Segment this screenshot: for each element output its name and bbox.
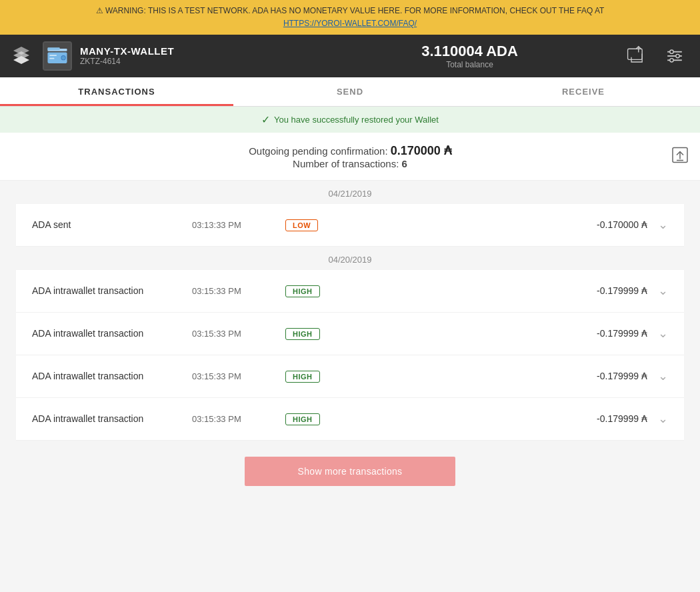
- tx-name: ADA sent: [32, 219, 192, 230]
- tx-amount: -0.179999 ₳: [597, 371, 647, 381]
- svg-point-16: [676, 54, 679, 57]
- svg-marker-2: [13, 56, 29, 64]
- success-banner: ✓ You have successfully restored your Wa…: [0, 107, 700, 133]
- svg-point-15: [670, 50, 673, 53]
- header-actions: [623, 41, 689, 71]
- balance-label: Total balance: [446, 60, 493, 69]
- tx-time: 03:15:33 PM: [192, 329, 285, 339]
- tx-name: ADA intrawallet transaction: [32, 413, 192, 424]
- show-more-button[interactable]: Show more transactions: [245, 457, 456, 486]
- tab-send[interactable]: SEND: [233, 77, 467, 106]
- show-more-container: Show more transactions: [16, 441, 684, 502]
- warning-text: WARNING: THIS IS A TEST NETWORK. ADA HAS…: [105, 6, 605, 15]
- tx-badge: HIGH: [285, 327, 339, 340]
- low-badge: LOW: [285, 219, 318, 231]
- export-button[interactable]: [671, 146, 689, 167]
- svg-rect-10: [49, 57, 54, 59]
- nav-layers-icon[interactable]: [11, 44, 32, 68]
- date-separator-1: 04/21/2019: [16, 181, 684, 204]
- high-badge: HIGH: [285, 371, 320, 383]
- svg-rect-11: [628, 49, 643, 59]
- pending-section: Outgoing pending confirmation: 0.170000 …: [0, 133, 700, 181]
- table-row: ADA intrawallet transaction 03:15:33 PM …: [16, 313, 684, 355]
- wallet-id: ZKTZ-4614: [80, 57, 174, 66]
- tx-name: ADA intrawallet transaction: [32, 328, 192, 339]
- settings-icon[interactable]: [660, 41, 689, 71]
- tab-transactions[interactable]: TRANSACTIONS: [0, 77, 233, 106]
- tx-amount: -0.170000 ₳: [597, 219, 647, 230]
- wallet-name: MANY-TX-WALLET: [80, 45, 174, 57]
- warning-link[interactable]: HTTPS://YOROI-WALLET.COM/FAQ/: [11, 18, 689, 29]
- warning-icon: ⚠: [96, 6, 105, 15]
- header-balance: 3.110004 ADA Total balance: [317, 43, 623, 69]
- tx-badge: HIGH: [285, 413, 339, 425]
- chevron-down-icon[interactable]: ⌄: [658, 369, 668, 383]
- pending-tx-count: Number of transactions: 6: [16, 158, 684, 169]
- high-badge: HIGH: [285, 413, 320, 425]
- tx-name: ADA intrawallet transaction: [32, 285, 192, 296]
- header: MANY-TX-WALLET ZKTZ-4614 3.110004 ADA To…: [0, 35, 700, 77]
- tx-time: 03:13:33 PM: [192, 220, 285, 230]
- header-left: MANY-TX-WALLET ZKTZ-4614: [11, 41, 317, 71]
- send-receive-icon[interactable]: [623, 41, 652, 71]
- tx-badge: HIGH: [285, 285, 339, 297]
- table-row: ADA intrawallet transaction 03:15:33 PM …: [16, 398, 684, 441]
- table-row: ADA sent 03:13:33 PM LOW -0.170000 ₳ ⌄: [16, 204, 684, 247]
- tabs-bar: TRANSACTIONS SEND RECEIVE: [0, 77, 700, 107]
- transactions-content: 04/21/2019 ADA sent 03:13:33 PM LOW -0.1…: [0, 181, 700, 518]
- tx-badge: LOW: [285, 219, 339, 231]
- svg-rect-9: [49, 55, 57, 56]
- date-separator-2: 04/20/2019: [16, 247, 684, 270]
- high-badge: HIGH: [285, 285, 320, 297]
- success-text: You have successfully restored your Wall…: [274, 115, 439, 125]
- tx-amount: -0.179999 ₳: [597, 328, 647, 339]
- wallet-icon: [43, 41, 72, 71]
- header-wallet-info: MANY-TX-WALLET ZKTZ-4614: [80, 45, 174, 66]
- svg-point-7: [61, 56, 65, 59]
- table-row: ADA intrawallet transaction 03:15:33 PM …: [16, 270, 684, 313]
- pending-label: Outgoing pending confirmation:: [249, 145, 387, 157]
- chevron-down-icon[interactable]: ⌄: [658, 283, 668, 298]
- chevron-down-icon[interactable]: ⌄: [658, 217, 668, 232]
- table-row: ADA intrawallet transaction 03:15:33 PM …: [16, 355, 684, 398]
- checkmark-icon: ✓: [261, 113, 270, 126]
- chevron-down-icon[interactable]: ⌄: [658, 411, 668, 426]
- tx-name: ADA intrawallet transaction: [32, 371, 192, 381]
- tx-time: 03:15:33 PM: [192, 371, 285, 381]
- tx-time: 03:15:33 PM: [192, 414, 285, 424]
- tx-time: 03:15:33 PM: [192, 286, 285, 296]
- warning-banner: ⚠ WARNING: THIS IS A TEST NETWORK. ADA H…: [0, 0, 700, 35]
- balance-amount: 3.110004 ADA: [421, 43, 518, 60]
- svg-point-17: [670, 58, 673, 61]
- high-badge: HIGH: [285, 328, 320, 340]
- tab-receive[interactable]: RECEIVE: [467, 77, 700, 106]
- pending-confirmation: Outgoing pending confirmation: 0.170000 …: [16, 143, 684, 158]
- transaction-group-2: ADA intrawallet transaction 03:15:33 PM …: [16, 270, 684, 441]
- tx-amount: -0.179999 ₳: [597, 285, 647, 296]
- pending-amount: 0.170000 ₳: [391, 144, 451, 157]
- tx-amount: -0.179999 ₳: [597, 413, 647, 424]
- chevron-down-icon[interactable]: ⌄: [658, 326, 668, 341]
- svg-rect-8: [47, 47, 59, 50]
- tx-badge: HIGH: [285, 370, 339, 383]
- transaction-group-1: ADA sent 03:13:33 PM LOW -0.170000 ₳ ⌄: [16, 204, 684, 247]
